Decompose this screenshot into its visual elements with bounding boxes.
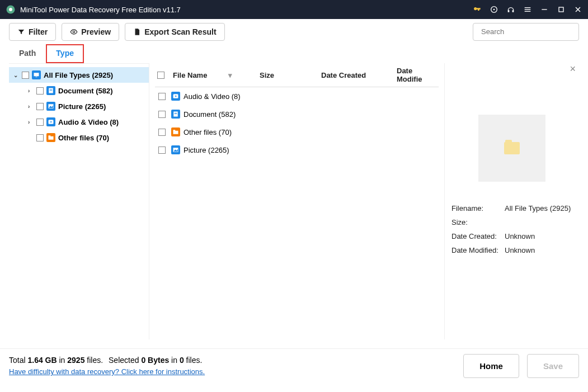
tree-item[interactable]: ›Picture (2265) bbox=[9, 98, 149, 114]
filter-label: Filter bbox=[29, 27, 48, 36]
doc-icon bbox=[171, 110, 180, 119]
svg-rect-23 bbox=[49, 136, 54, 140]
modified-value: Unknown bbox=[505, 246, 572, 254]
chevron-right-icon[interactable]: › bbox=[28, 119, 34, 125]
tree-item-label: Picture (2265) bbox=[58, 102, 106, 111]
chevron-right-icon[interactable]: › bbox=[28, 103, 34, 110]
svg-rect-31 bbox=[173, 130, 176, 131]
other-icon bbox=[171, 127, 180, 136]
eye-icon bbox=[70, 28, 78, 36]
export-button[interactable]: Export Scan Result bbox=[125, 23, 224, 41]
row-label: Audio & Video (8) bbox=[184, 92, 241, 101]
tab-path[interactable]: Path bbox=[9, 44, 46, 63]
svg-rect-7 bbox=[542, 9, 547, 10]
checkbox[interactable] bbox=[158, 111, 166, 118]
modified-label: Date Modified: bbox=[451, 246, 505, 254]
list-row[interactable]: Document (582) bbox=[155, 105, 439, 123]
checkbox[interactable] bbox=[36, 119, 44, 126]
tree-item-label: Document (582) bbox=[58, 87, 113, 95]
row-label: Picture (2265) bbox=[184, 146, 229, 154]
disc-icon[interactable] bbox=[490, 5, 498, 14]
checkbox[interactable] bbox=[36, 134, 44, 141]
preview-button[interactable]: Preview bbox=[62, 23, 119, 41]
col-created[interactable]: Date Created bbox=[321, 71, 397, 79]
svg-rect-17 bbox=[50, 89, 53, 90]
sort-icon: ▾ bbox=[228, 71, 232, 79]
list-row[interactable]: Audio & Video (8) bbox=[155, 87, 439, 105]
av-icon bbox=[171, 92, 180, 101]
checkbox[interactable] bbox=[158, 129, 166, 136]
created-label: Date Created: bbox=[451, 232, 505, 240]
tree-root[interactable]: ⌄ All File Types (2925) bbox=[9, 67, 149, 83]
list-header: File Name▾ Size Date Created Date Modifi… bbox=[155, 63, 439, 87]
svg-point-11 bbox=[73, 31, 75, 33]
size-value bbox=[505, 218, 572, 226]
checkbox[interactable] bbox=[158, 147, 166, 154]
other-icon bbox=[46, 133, 55, 142]
doc-icon bbox=[46, 86, 55, 95]
row-label: Document (582) bbox=[184, 110, 236, 119]
chevron-down-icon[interactable]: ⌄ bbox=[13, 72, 19, 78]
folder-icon bbox=[504, 142, 520, 154]
created-value: Unknown bbox=[505, 232, 572, 240]
col-size[interactable]: Size bbox=[260, 71, 321, 79]
filename-value: All File Types (2925) bbox=[505, 204, 572, 212]
av-icon bbox=[46, 117, 55, 126]
search-input[interactable] bbox=[481, 27, 575, 36]
file-tree: ⌄ All File Types (2925) ›Document (582)›… bbox=[9, 64, 149, 149]
home-button[interactable]: Home bbox=[463, 354, 519, 378]
select-all-checkbox[interactable] bbox=[157, 72, 164, 79]
svg-rect-28 bbox=[175, 113, 177, 114]
col-modified[interactable]: Date Modifie bbox=[397, 67, 436, 83]
export-icon bbox=[133, 28, 141, 36]
selected-summary: Selected 0 Bytes in 0 files. bbox=[109, 356, 202, 365]
key-icon[interactable] bbox=[473, 5, 482, 14]
list-row[interactable]: Other files (70) bbox=[155, 123, 439, 141]
tree-root-label: All File Types (2925) bbox=[44, 71, 113, 79]
window-title: MiniTool Power Data Recovery Free Editio… bbox=[20, 6, 473, 14]
minimize-icon[interactable] bbox=[540, 5, 549, 14]
tree-item[interactable]: ›Audio & Video (8) bbox=[9, 114, 149, 130]
menu-icon[interactable] bbox=[523, 5, 532, 14]
checkbox[interactable] bbox=[36, 87, 44, 95]
help-link[interactable]: Have difficulty with data recovery? Clic… bbox=[9, 366, 205, 378]
checkbox[interactable] bbox=[158, 93, 166, 100]
save-button[interactable]: Save bbox=[527, 354, 579, 378]
checkbox[interactable] bbox=[22, 72, 29, 79]
maximize-icon[interactable] bbox=[557, 5, 566, 14]
preview-label: Preview bbox=[81, 27, 111, 36]
svg-rect-5 bbox=[525, 9, 531, 10]
pic-icon bbox=[46, 102, 55, 111]
tree-item[interactable]: Other files (70) bbox=[9, 130, 149, 145]
filter-icon bbox=[17, 28, 25, 36]
svg-rect-29 bbox=[175, 114, 177, 114]
list-row[interactable]: Picture (2265) bbox=[155, 141, 439, 159]
thumbnail bbox=[478, 115, 545, 182]
close-icon[interactable] bbox=[573, 5, 582, 14]
title-bar: MiniTool Power Data Recovery Free Editio… bbox=[0, 0, 588, 19]
col-filename[interactable]: File Name▾ bbox=[173, 71, 260, 79]
close-details-icon[interactable]: × bbox=[570, 63, 576, 75]
tree-item-label: Audio & Video (8) bbox=[58, 118, 119, 126]
tab-type[interactable]: Type bbox=[46, 44, 84, 63]
svg-rect-8 bbox=[559, 7, 563, 12]
search-box bbox=[473, 23, 579, 41]
tree-item-label: Other files (70) bbox=[58, 134, 109, 142]
svg-rect-6 bbox=[525, 11, 531, 12]
file-list-panel: File Name▾ Size Date Created Date Modifi… bbox=[149, 63, 445, 339]
chevron-right-icon[interactable]: › bbox=[28, 88, 34, 94]
row-label: Other files (70) bbox=[184, 128, 232, 136]
svg-point-3 bbox=[493, 9, 495, 11]
svg-point-1 bbox=[9, 8, 12, 11]
size-label: Size: bbox=[451, 218, 505, 226]
monitor-icon bbox=[32, 70, 41, 79]
tree-item[interactable]: ›Document (582) bbox=[9, 83, 149, 98]
svg-rect-14 bbox=[34, 73, 39, 76]
details-panel: × Filename: All File Types (2925) Size: … bbox=[445, 63, 579, 339]
app-logo-icon bbox=[6, 4, 16, 15]
filename-label: Filename: bbox=[451, 204, 505, 212]
filter-button[interactable]: Filter bbox=[9, 23, 56, 41]
checkbox[interactable] bbox=[36, 103, 44, 110]
headphones-icon[interactable] bbox=[506, 5, 515, 14]
svg-rect-18 bbox=[50, 90, 53, 91]
